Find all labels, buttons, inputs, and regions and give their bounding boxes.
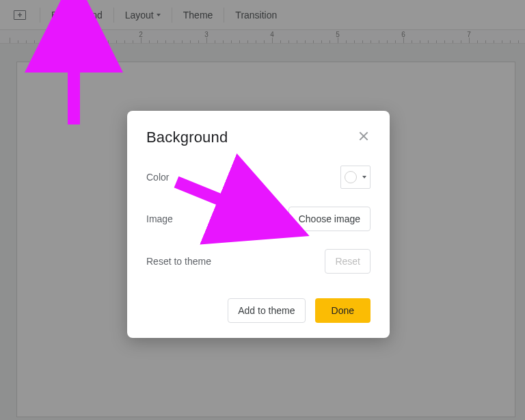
image-label: Image [146, 213, 173, 224]
color-swatch-icon [345, 171, 357, 183]
reset-button: Reset [325, 249, 371, 274]
chevron-down-icon [362, 176, 366, 179]
choose-image-button[interactable]: Choose image [288, 207, 371, 231]
reset-label: Reset to theme [146, 256, 211, 267]
done-button[interactable]: Done [315, 298, 371, 323]
color-picker-button[interactable] [340, 166, 371, 189]
dialog-title: Background [146, 129, 228, 146]
color-label: Color [146, 172, 169, 183]
background-dialog: Background Color Image Choose image Rese… [127, 111, 390, 338]
add-to-theme-button[interactable]: Add to theme [228, 298, 305, 323]
close-icon[interactable] [357, 130, 371, 144]
